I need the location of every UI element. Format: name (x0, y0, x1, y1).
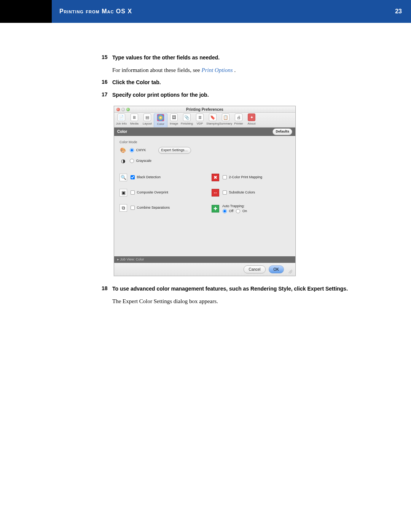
step-16: 16 Click the Color tab. (112, 78, 365, 87)
auto-trapping-off-radio[interactable]: Off (222, 209, 233, 214)
printing-preferences-dialog: Printing Preferences 📄Job Info 🗎Media ▤L… (114, 106, 296, 276)
doc-header-blue: Printing from Mac OS X 23 (52, 0, 411, 23)
step-title: To use advanced color management feature… (112, 286, 348, 292)
printer-icon: 🖨 (235, 113, 242, 121)
substitute-colors-icon: ↔ (212, 189, 219, 197)
step-number: 18 (102, 284, 108, 292)
color-wheel-icon (157, 114, 164, 121)
options-grid: 🔍 Black Detection ▣ Composite Overprint … (119, 174, 290, 221)
page-number: 23 (395, 8, 402, 15)
step-18: 18 To use advanced color management feat… (112, 284, 365, 305)
options-right: ✖ 2-Color Print Mapping ↔ Substitute Col… (212, 174, 290, 221)
dialog-footer: Cancel OK (114, 263, 295, 276)
grayscale-radio[interactable]: Grayscale (129, 158, 151, 164)
tab-about[interactable]: ✦About (245, 113, 258, 127)
stamping-icon: 🔖 (209, 113, 217, 121)
step-title: Specify color print options for the job. (112, 92, 209, 98)
tab-toolbar: 📄Job Info 🗎Media ▤Layout Color 🖼Image 📎F… (114, 113, 295, 128)
section-header-label: Color (117, 129, 127, 134)
section-header: Color Defaults (114, 128, 295, 136)
cancel-button[interactable]: Cancel (244, 265, 265, 273)
cmyk-icon: 🎨 (119, 147, 126, 154)
ok-button[interactable]: OK (269, 265, 284, 273)
color-panel: Color Mode 🎨 CMYK Expert Settings… ◑ Gra… (114, 136, 295, 256)
options-left: 🔍 Black Detection ▣ Composite Overprint … (119, 174, 198, 221)
summary-icon: 📋 (222, 113, 229, 121)
expert-settings-button[interactable]: Expert Settings… (158, 147, 191, 154)
doc-header: Printing from Mac OS X 23 (0, 0, 411, 23)
two-color-print-mapping-option: ✖ 2-Color Print Mapping (212, 174, 290, 181)
step-15: 15 Type values for the other fields as n… (112, 53, 365, 74)
combine-separations-checkbox[interactable]: Combine Separations (130, 205, 170, 211)
page-icon: 📄 (118, 113, 125, 121)
titlebar: Printing Preferences (114, 106, 295, 113)
color-mode-grayscale-row: ◑ Grayscale (119, 158, 290, 165)
bottom-whitespace (0, 309, 411, 532)
finishing-icon: 📎 (183, 113, 191, 121)
tab-image[interactable]: 🖼Image (167, 113, 180, 127)
color-mode-cmyk-row: 🎨 CMYK Expert Settings… (119, 147, 290, 154)
content-area: 15 Type values for the other fields as n… (0, 23, 411, 305)
defaults-button[interactable]: Defaults (272, 128, 292, 135)
cmyk-radio[interactable]: CMYK (129, 148, 146, 153)
auto-trapping-label: Auto Trapping: (222, 204, 247, 209)
tab-stamping[interactable]: 🔖Stamping (206, 113, 219, 127)
section-title: Printing from Mac OS X (59, 8, 132, 15)
tab-vdp[interactable]: ≣VDP (193, 113, 206, 127)
black-detection-icon: 🔍 (119, 174, 127, 181)
dialog-title: Printing Preferences (114, 107, 295, 112)
media-icon: 🗎 (131, 113, 138, 121)
job-view-status[interactable]: Job View: Color (114, 256, 295, 263)
step-body: The Expert Color Settings dialog box app… (112, 297, 365, 306)
auto-trapping-group: Auto Trapping: Off On (222, 204, 247, 214)
print-options-link[interactable]: Print Options (202, 67, 233, 73)
composite-overprint-icon: ▣ (119, 189, 127, 197)
composite-overprint-checkbox[interactable]: Composite Overprint (130, 190, 168, 195)
tab-finishing[interactable]: 📎Finishing (180, 113, 193, 127)
two-color-mapping-icon: ✖ (212, 174, 219, 181)
combine-separations-icon: ⧉ (119, 204, 127, 212)
step-number: 15 (102, 53, 108, 61)
tab-summary[interactable]: 📋Summary (219, 113, 232, 127)
layout-icon: ▤ (143, 113, 151, 121)
step-title: Type values for the other fields as need… (112, 54, 220, 61)
step-title: Click the Color tab. (112, 79, 161, 85)
black-detection-checkbox[interactable]: Black Detection (130, 175, 161, 180)
composite-overprint-option: ▣ Composite Overprint (119, 189, 198, 197)
color-mode-label: Color Mode (119, 140, 290, 145)
step-number: 16 (102, 78, 108, 86)
two-color-print-mapping-checkbox[interactable]: 2-Color Print Mapping (222, 175, 262, 180)
left-gutter-black (0, 0, 52, 23)
tab-layout[interactable]: ▤Layout (141, 113, 154, 127)
auto-trapping-option: ✚ Auto Trapping: Off On (212, 204, 290, 214)
screenshot: Printing Preferences 📄Job Info 🗎Media ▤L… (114, 106, 365, 276)
auto-trapping-icon: ✚ (212, 205, 219, 212)
page: Printing from Mac OS X 23 15 Type values… (0, 0, 411, 532)
step-body-prefix: For information about these fields, see (112, 67, 202, 73)
step-17: 17 Specify color print options for the j… (112, 91, 365, 99)
step-body: For information about these fields, see … (112, 66, 365, 75)
step-number: 17 (102, 91, 108, 99)
about-icon: ✦ (248, 113, 255, 121)
combine-separations-option: ⧉ Combine Separations (119, 204, 198, 212)
auto-trapping-on-radio[interactable]: On (236, 209, 247, 214)
image-icon: 🖼 (170, 113, 178, 121)
tab-media[interactable]: 🗎Media (128, 113, 141, 127)
substitute-colors-option: ↔ Substitute Colors (212, 189, 290, 197)
step-body-suffix: . (234, 67, 236, 73)
tab-job-info[interactable]: 📄Job Info (115, 113, 128, 127)
grayscale-icon: ◑ (119, 158, 126, 165)
black-detection-option: 🔍 Black Detection (119, 174, 198, 181)
tab-printer[interactable]: 🖨Printer (232, 113, 245, 127)
vdp-icon: ≣ (196, 113, 204, 121)
tab-color[interactable]: Color (154, 113, 167, 127)
substitute-colors-checkbox[interactable]: Substitute Colors (222, 190, 255, 195)
